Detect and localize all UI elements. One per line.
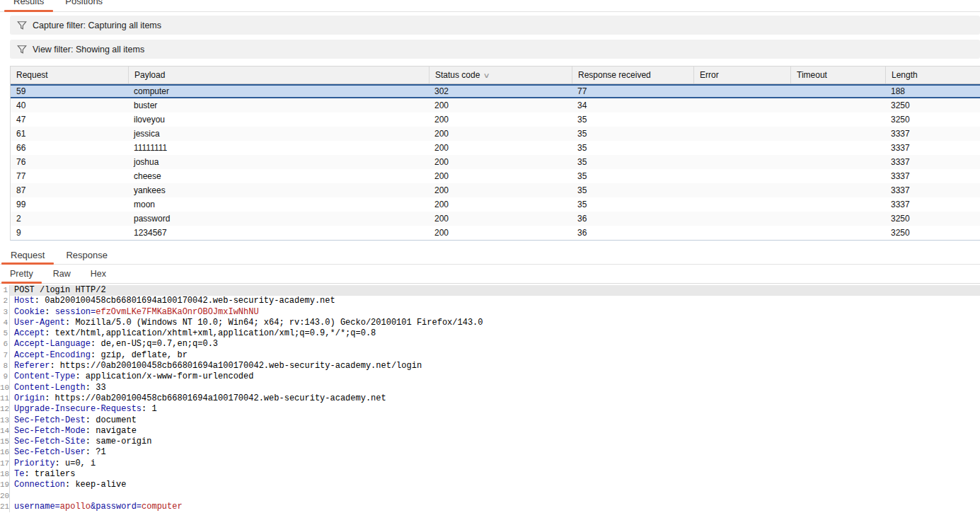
line-number: 19	[0, 480, 10, 490]
editor-line[interactable]: 5Accept: text/html,application/xhtml+xml…	[0, 328, 980, 339]
view-filter-bar[interactable]: View filter: Showing all items	[10, 40, 980, 59]
editor-line-content: Priority: u=0, i	[10, 458, 980, 469]
editor-line-content: Upgrade-Insecure-Requests: 1	[10, 404, 980, 415]
editor-line[interactable]: 9Content-Type: application/x-www-form-ur…	[0, 371, 980, 382]
editor-line-content: Sec-Fetch-Dest: document	[10, 415, 980, 426]
cell-response_received: 35	[572, 115, 693, 125]
column-header-timeout[interactable]: Timeout	[790, 67, 885, 83]
token-name: Connection	[14, 480, 65, 490]
editor-line[interactable]: 1POST /login HTTP/2	[0, 285, 980, 296]
editor-line-content: POST /login HTTP/2	[10, 285, 980, 296]
token-plain: : document	[86, 415, 137, 425]
cell-status_code: 200	[429, 200, 572, 209]
line-number: 15	[0, 437, 10, 447]
cell-response_received: 35	[572, 143, 693, 153]
token-name: Content-Type	[14, 371, 75, 381]
cell-payload: password	[128, 214, 429, 224]
request-message-editor[interactable]: 1POST /login HTTP/22Host: 0ab200100458cb…	[0, 285, 980, 525]
cell-status_code: 200	[429, 157, 572, 167]
cell-length: 3337	[885, 200, 980, 209]
column-header-error[interactable]: Error	[693, 67, 790, 83]
attack-results-table: RequestPayloadStatus code∨Response recei…	[10, 66, 980, 241]
editor-line[interactable]: 12Upgrade-Insecure-Requests: 1	[0, 404, 980, 415]
tab-results[interactable]: Results	[3, 0, 54, 11]
token-name: Sec-Fetch-Site	[14, 437, 86, 446]
table-row[interactable]: 40buster200343250	[11, 98, 980, 112]
results-table-body: 59computer3027718840buster20034325047ilo…	[11, 84, 980, 240]
editor-line[interactable]: 16Sec-Fetch-User: ?1	[0, 447, 980, 458]
token-plain: : u=0, i	[55, 458, 96, 468]
editor-line[interactable]: 17Priority: u=0, i	[0, 458, 980, 469]
column-header-payload[interactable]: Payload	[128, 67, 429, 83]
cell-response_received: 35	[572, 129, 693, 139]
top-tab-strip: ResultsPositions	[0, 0, 980, 12]
editor-line[interactable]: 8Referer: https://0ab200100458cb66801694…	[0, 361, 980, 371]
cell-response_received: 35	[572, 171, 693, 181]
editor-line[interactable]: 20	[0, 491, 980, 502]
line-number: 17	[0, 458, 10, 469]
tab-request[interactable]: Request	[0, 246, 55, 264]
table-row[interactable]: 87yankees200353337	[11, 183, 980, 197]
editor-line[interactable]: 15Sec-Fetch-Site: same-origin	[0, 437, 980, 447]
line-number: 10	[0, 383, 10, 393]
editor-line[interactable]: 14Sec-Fetch-Mode: navigate	[0, 426, 980, 437]
token-plain: :	[45, 307, 54, 317]
table-row[interactable]: 77cheese200353337	[11, 169, 980, 183]
editor-line[interactable]: 21username=apollo&password=computer	[0, 502, 980, 512]
line-number: 8	[0, 361, 10, 371]
table-row[interactable]: 6611111111200353337	[11, 141, 980, 155]
token-value: apollo	[60, 502, 91, 512]
table-row[interactable]: 59computer30277188	[11, 84, 980, 98]
table-row[interactable]: 99moon200353337	[11, 197, 980, 212]
editor-line-content: Accept-Encoding: gzip, deflate, br	[10, 350, 980, 361]
tab-pretty[interactable]: Pretty	[0, 265, 43, 283]
editor-line[interactable]: 18Te: trailers	[0, 469, 980, 480]
editor-line[interactable]: 11Origin: https://0ab200100458cb66801694…	[0, 393, 980, 404]
tab-positions[interactable]: Positions	[54, 0, 113, 11]
column-header-request[interactable]: Request	[11, 67, 128, 83]
token-value: computer	[142, 502, 183, 512]
table-row[interactable]: 91234567200363250	[11, 226, 980, 240]
token-name: Host	[14, 296, 35, 306]
editor-line[interactable]: 3Cookie: session=efzOvmLKe7FMKaBKaOnrOBO…	[0, 307, 980, 318]
tab-label: Raw	[53, 269, 71, 279]
editor-line[interactable]: 4User-Agent: Mozilla/5.0 (Windows NT 10.…	[0, 318, 980, 328]
tab-selected-underline	[1, 282, 42, 284]
editor-line[interactable]: 6Accept-Language: de,en-US;q=0.7,en;q=0.…	[0, 339, 980, 350]
cell-length: 3337	[885, 129, 980, 139]
table-row[interactable]: 61jessica200353337	[11, 127, 980, 141]
editor-line-content: Origin: https://0ab200100458cb66801694a1…	[10, 393, 980, 404]
editor-line[interactable]: 19Connection: keep-alive	[0, 480, 980, 490]
column-header-label: Status code	[435, 70, 480, 80]
cell-length: 3337	[885, 171, 980, 181]
cell-response_received: 35	[572, 157, 693, 167]
capture-filter-bar[interactable]: Capture filter: Capturing all items	[10, 16, 980, 35]
cell-payload: jessica	[128, 129, 429, 139]
column-header-response_received[interactable]: Response received	[572, 67, 693, 83]
editor-line[interactable]: 10Content-Length: 33	[0, 383, 980, 393]
table-row[interactable]: 76joshua200353337	[11, 155, 980, 169]
token-name: User-Agent	[14, 318, 65, 328]
column-header-status_code[interactable]: Status code∨	[429, 67, 572, 83]
tab-raw[interactable]: Raw	[43, 265, 81, 283]
token-name: session=	[55, 307, 96, 317]
token-plain: : keep-alive	[65, 480, 126, 490]
token-name: Content-Length	[14, 383, 86, 393]
tab-response[interactable]: Response	[55, 246, 118, 264]
cell-request: 87	[11, 185, 128, 195]
filter-funnel-icon	[17, 45, 27, 54]
editor-line[interactable]: 7Accept-Encoding: gzip, deflate, br	[0, 350, 980, 361]
table-row[interactable]: 2password200363250	[11, 212, 980, 226]
token-plain: : 0ab200100458cb66801694a100170042.web-s…	[35, 296, 335, 306]
cell-payload: cheese	[128, 171, 429, 181]
table-row[interactable]: 47iloveyou200353250	[11, 112, 980, 127]
tab-hex[interactable]: Hex	[81, 265, 116, 283]
column-header-label: Payload	[134, 70, 165, 80]
token-name: username=	[14, 502, 60, 512]
column-header-length[interactable]: Length	[885, 67, 980, 83]
token-plain: : ?1	[86, 447, 106, 457]
cell-length: 3250	[885, 228, 980, 238]
editor-line[interactable]: 2Host: 0ab200100458cb66801694a100170042.…	[0, 296, 980, 306]
cell-status_code: 200	[429, 129, 572, 139]
editor-line[interactable]: 13Sec-Fetch-Dest: document	[0, 415, 980, 426]
